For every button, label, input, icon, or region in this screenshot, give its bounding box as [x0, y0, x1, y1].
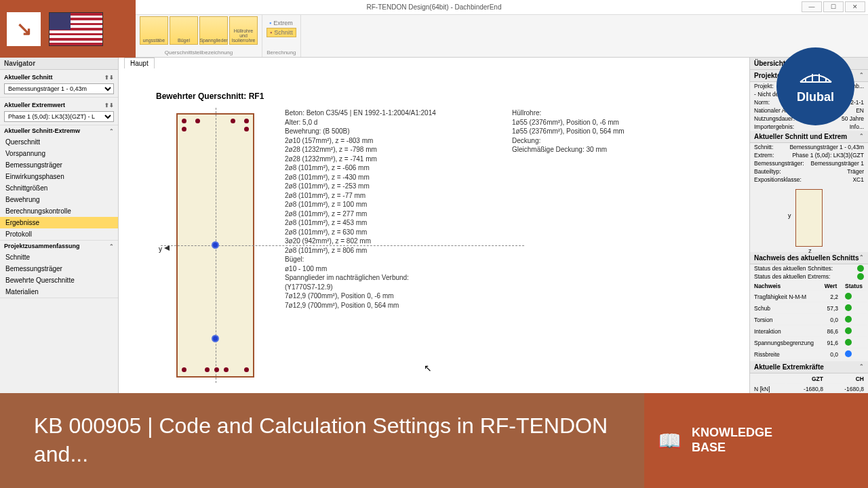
- status-ok-icon: [845, 339, 852, 346]
- overlay-left: KB 000905 | Code and Calculation Setting…: [0, 412, 644, 468]
- rebar-icon: [244, 127, 249, 131]
- status-ok-icon: [845, 316, 852, 323]
- table-row: Interaktion86,6: [751, 327, 867, 337]
- dlubal-logo: Dlubal: [776, 47, 854, 125]
- nav-proj-item[interactable]: Materialien: [0, 286, 118, 298]
- table-row: Schub57,3: [751, 304, 867, 314]
- maximize-button[interactable]: ☐: [823, 1, 844, 12]
- kb-label: KNOWLEDGEBASE: [692, 426, 772, 455]
- rebar-icon: [182, 367, 186, 372]
- nav-proj-item[interactable]: Bewehrte Querschnitte: [0, 274, 118, 286]
- schnitt-row: Expositionsklasse:XC1: [750, 176, 868, 184]
- nav-proj-tree: SchnitteBemessungsträgerBewehrte Quersch…: [0, 251, 118, 298]
- status-ok-icon: [857, 265, 864, 272]
- window-controls: — ☐ ✕: [802, 1, 865, 12]
- section-properties-text-right: Hüllrohre:1ø55 (2376mm²), Position 0, -6…: [512, 108, 625, 155]
- table-row: Tragfähigkeit N-M-M2,2: [751, 292, 867, 302]
- nav-tree-item[interactable]: Berechnungskontrolle: [0, 205, 118, 217]
- section-view: Bewehrter Querschnitt: RF1 y: [156, 92, 264, 378]
- schnitt-extrem-rows: Schnitt:Bemessungsträger 1 - 0,43mExtrem…: [750, 143, 868, 184]
- schnitt-row: Schnitt:Bemessungsträger 1 - 0,43m: [750, 143, 868, 151]
- rebar-icon: [244, 119, 249, 123]
- schnitt-row: Bauteiltyp:Träger: [750, 167, 868, 176]
- section-title: Bewehrter Querschnitt: RF1: [156, 92, 264, 101]
- ribbon-btn-schnitt[interactable]: ▪Schnitt: [267, 28, 296, 37]
- nav-extrem-label: Aktueller Extremwert⬆⬇: [4, 100, 114, 110]
- status-schnitt: Status des aktuellen Schnittes:: [750, 264, 868, 272]
- rebar-icon: [182, 127, 186, 131]
- table-row: Torsion0,0: [751, 315, 867, 325]
- nav-tree-item[interactable]: Ergebnisse: [0, 217, 118, 228]
- overlay-right: 📖 KNOWLEDGEBASE: [644, 393, 868, 488]
- canvas-tab[interactable]: Haupt: [124, 58, 155, 68]
- cursor-icon: ↖: [424, 363, 432, 373]
- close-button[interactable]: ✕: [845, 1, 865, 12]
- navigator-title: Navigator: [0, 58, 118, 70]
- window-title: RF-TENDON Design(64bit) - DachbinderEnd: [367, 3, 502, 11]
- nav-tree-item[interactable]: Schnittgrößen: [0, 182, 118, 194]
- cross-section-diagram: y: [176, 113, 254, 378]
- nav-tree-item[interactable]: Protokoll: [0, 228, 118, 240]
- ribbon-group-label: Berechnung: [267, 49, 296, 56]
- status-extrem: Status des aktuellen Extrems:: [750, 272, 868, 281]
- mini-section-diagram: yz: [795, 189, 823, 247]
- axis-y-label: y: [159, 245, 162, 253]
- ribbon-group-berechnung: ▪Extrem ▪Schnitt Berechnung: [262, 15, 301, 57]
- nav-tree-item[interactable]: Bewehrung: [0, 194, 118, 205]
- ribbon-group-label: Querschnittsteilbezeichnung: [140, 49, 258, 56]
- rebar-icon: [244, 367, 249, 372]
- rebar-icon: [205, 367, 210, 372]
- navigator-panel: Navigator Aktueller Schnitt⬆⬇ Bemessungs…: [0, 58, 119, 400]
- us-flag-icon: [49, 12, 103, 46]
- bridge-icon: [799, 68, 833, 89]
- nav-tree-item[interactable]: Vorspannung: [0, 148, 118, 159]
- tendon-icon: [212, 241, 219, 249]
- schnitt-row: Extrem:Phase 1 (5,0d): LK3(3)(GZT: [750, 151, 868, 159]
- book-icon: 📖: [658, 430, 682, 452]
- status-ok-icon: [845, 293, 852, 300]
- rebar-icon: [182, 119, 186, 123]
- table-row: Rissbreite0,0: [751, 350, 867, 360]
- kraft-table: GZTCHN [kN]-1680,8-1680,8: [750, 373, 868, 395]
- ribbon-btn-ungsstabe[interactable]: ungsstäbe: [140, 16, 168, 45]
- app-window: RF-TENDON Design(64bit) - DachbinderEnd …: [0, 0, 868, 400]
- nav-extrem-dropdown[interactable]: Phase 1 (5,0d): LK3(3)(GZT) - L: [4, 111, 114, 122]
- nav-tree-item[interactable]: Querschnitt: [0, 136, 118, 148]
- status-ok-icon: [845, 327, 852, 334]
- status-ok-icon: [845, 304, 852, 311]
- nav-tree: QuerschnittVorspannungBemessungsträgerEi…: [0, 136, 118, 240]
- ribbon-btn-bugel[interactable]: Bügel: [170, 16, 198, 45]
- minimize-button[interactable]: —: [802, 1, 822, 12]
- nav-proj-item[interactable]: Schnitte: [0, 251, 118, 263]
- table-row: Spannungsbegrenzung91,6: [751, 338, 867, 348]
- nav-schnitt-dropdown[interactable]: Bemessungsträger 1 - 0,43m: [4, 83, 114, 94]
- ribbon-btn-hullrohre[interactable]: Hüllrohre und Isolierrohre: [229, 16, 258, 45]
- kb-title: KB 000905 | Code and Calculation Setting…: [34, 412, 610, 468]
- brand-header: ↘: [0, 0, 136, 58]
- rebar-icon: [195, 119, 200, 123]
- nachweis-table: NachweisWertStatusTragfähigkeit N-M-M2,2…: [750, 281, 868, 361]
- nav-tree-item[interactable]: Einwirkungsphasen: [0, 171, 118, 182]
- ribbon-group-querschnitt: ungsstäbe Bügel Spannglieder Hüllrohre u…: [136, 15, 262, 57]
- schnitt-extrem-header[interactable]: Aktueller Schnitt und Extrem⌃: [750, 131, 868, 143]
- bottom-overlay: KB 000905 | Code and Calculation Setting…: [0, 393, 868, 488]
- status-ok-icon: [857, 273, 864, 280]
- schnitt-row: Bemessungsträger:Bemessungsträger 1: [750, 159, 868, 167]
- dlubal-text: Dlubal: [797, 90, 834, 104]
- tendon-icon: [212, 335, 219, 342]
- rebar-icon: [224, 367, 229, 372]
- rebar-icon: [231, 119, 235, 123]
- nav-proj-item[interactable]: Bemessungsträger: [0, 263, 118, 274]
- arrow-badge-icon: ↘: [7, 12, 41, 46]
- nav-schnitt-label: Aktueller Schnitt⬆⬇: [4, 73, 114, 82]
- kraft-header[interactable]: Aktuelle Extremkräfte⌃: [750, 361, 868, 373]
- nav-proj-label: Projektzusammenfassung⌃: [0, 241, 118, 251]
- nav-tree-label: Aktueller Schnitt-Extremw⌃: [0, 125, 118, 136]
- ribbon-btn-spannglieder[interactable]: Spannglieder: [199, 16, 228, 45]
- status-info-icon: [845, 350, 852, 357]
- rebar-icon: [214, 367, 219, 372]
- nav-tree-item[interactable]: Bemessungsträger: [0, 159, 118, 171]
- canvas[interactable]: Haupt Bewehrter Querschnitt: RF1 y: [119, 58, 749, 400]
- ribbon-btn-extrem[interactable]: ▪Extrem: [267, 19, 296, 27]
- section-properties-text: Beton: Beton C35/45 | EN 1992-1-1:2004/A…: [285, 108, 436, 310]
